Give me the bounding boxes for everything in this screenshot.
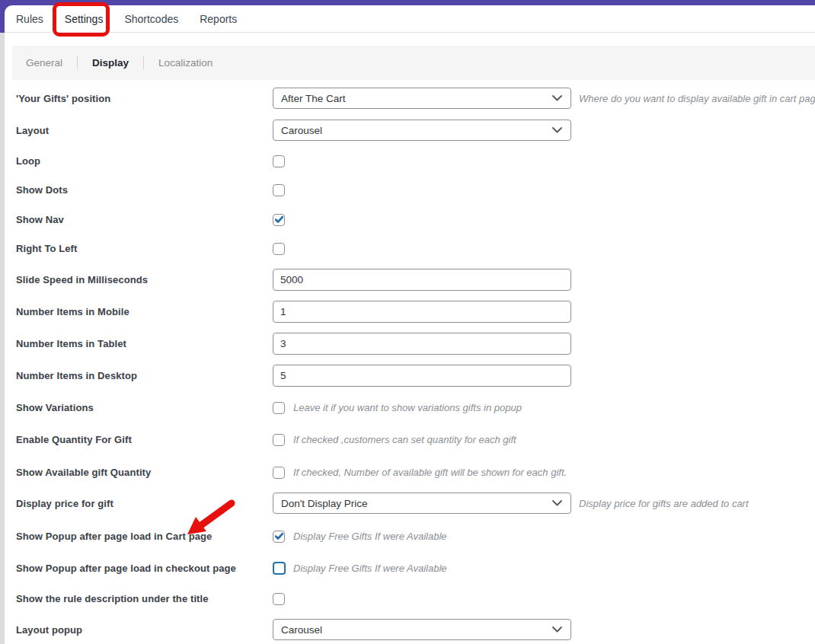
field-label: Show Popup after page load in checkout p… [16, 563, 236, 574]
items-tablet-input[interactable] [273, 333, 571, 355]
main-tab-bar: Rules Settings Shortcodes Reports [5, 5, 815, 33]
your-gifts-position-select[interactable]: After The Cart [273, 88, 571, 109]
helper-text: If checked, Number of available gift wil… [293, 467, 567, 478]
form-row: Show Nav [0, 213, 815, 226]
helper-text: Leave it if you want to show variations … [293, 402, 522, 413]
chevron-down-icon [552, 127, 562, 133]
subtab-general[interactable]: General [26, 57, 62, 69]
subtab-divider [77, 56, 78, 69]
enable-quantity-checkbox[interactable] [273, 434, 285, 446]
field-label: Number Items in Mobile [16, 306, 129, 317]
form-row: Loop [0, 155, 815, 167]
display-price-select[interactable]: Don't Display Price [273, 493, 571, 514]
subtab-display[interactable]: Display [92, 57, 129, 69]
settings-subtab-bar: General Display Localization [12, 46, 815, 80]
form-row: Number Items in Tablet [0, 333, 815, 355]
helper-text: Display Free Gifts If were Available [293, 563, 447, 574]
form-row: Number Items in Mobile [0, 301, 815, 323]
field-label: Loop [16, 155, 40, 167]
tab-reports[interactable]: Reports [200, 13, 237, 25]
tab-shortcodes[interactable]: Shortcodes [124, 13, 178, 25]
helper-text: Display price for gifts are added to car… [579, 498, 749, 509]
field-label: Layout popup [16, 624, 82, 636]
field-label: Slide Speed in Milliseconds [16, 274, 148, 285]
tab-rules[interactable]: Rules [16, 13, 43, 25]
layout-select[interactable]: Carousel [273, 120, 571, 141]
field-label: Show Dots [16, 184, 68, 196]
field-label: Show Available gift Quantity [16, 467, 151, 478]
form-row: Show Variations Leave it if you want to … [0, 401, 815, 414]
helper-text: If checked ,customers can set quantity f… [293, 434, 516, 445]
form-row: Enable Quantity For Gift If checked ,cus… [0, 433, 815, 446]
check-icon [275, 216, 283, 223]
form-row: Show Popup after page load in checkout p… [0, 562, 815, 575]
form-row: 'Your Gifts' position After The Cart Whe… [0, 88, 815, 109]
check-icon [275, 533, 283, 540]
show-gift-quantity-checkbox[interactable] [273, 467, 285, 479]
form-row: Number Items in Desktop [0, 365, 815, 387]
popup-cart-checkbox[interactable] [273, 531, 285, 543]
field-label: Show Nav [16, 214, 64, 225]
show-variations-checkbox[interactable] [273, 402, 285, 414]
rule-description-checkbox[interactable] [273, 593, 285, 605]
field-label: 'Your Gifts' position [16, 93, 110, 104]
loop-checkbox[interactable] [273, 155, 285, 167]
subtab-divider [143, 56, 144, 69]
field-label: Show the rule description under the titl… [16, 593, 209, 604]
field-label: Number Items in Desktop [16, 370, 137, 381]
subtab-localization[interactable]: Localization [158, 57, 213, 69]
popup-checkout-checkbox[interactable] [273, 562, 286, 575]
form-row: Display price for gift Don't Display Pri… [0, 493, 815, 514]
show-dots-checkbox[interactable] [273, 184, 285, 196]
helper-text: Display Free Gifts If were Available [293, 531, 447, 542]
form-row: Slide Speed in Milliseconds [0, 269, 815, 291]
form-row: Show Dots [0, 183, 815, 196]
layout-popup-select[interactable]: Carousel [273, 619, 571, 640]
field-label: Layout [16, 125, 49, 136]
chevron-down-icon [552, 626, 562, 633]
form-row: Show the rule description under the titl… [0, 592, 815, 605]
tab-settings[interactable]: Settings [65, 13, 104, 25]
show-nav-checkbox[interactable] [273, 214, 285, 226]
form-row: Layout Carousel [0, 120, 815, 141]
form-row: Show Available gift Quantity If checked,… [0, 466, 815, 479]
helper-text: Where do you want to display available g… [579, 93, 815, 104]
field-label: Right To Left [16, 243, 77, 254]
chevron-down-icon [552, 95, 562, 101]
field-label: Show Popup after page load in Cart page [16, 531, 212, 542]
form-row: Show Popup after page load in Cart page … [0, 530, 815, 543]
form-row: Right To Left [0, 242, 815, 255]
slide-speed-input[interactable] [273, 269, 571, 291]
form-row: Layout popup Carousel [0, 619, 815, 640]
field-label: Show Variations [16, 402, 94, 413]
field-label: Display price for gift [16, 498, 113, 509]
items-desktop-input[interactable] [273, 365, 571, 387]
right-to-left-checkbox[interactable] [273, 243, 285, 255]
field-label: Enable Quantity For Gift [16, 434, 132, 445]
items-mobile-input[interactable] [273, 301, 571, 323]
field-label: Number Items in Tablet [16, 338, 126, 349]
chevron-down-icon [552, 500, 562, 506]
